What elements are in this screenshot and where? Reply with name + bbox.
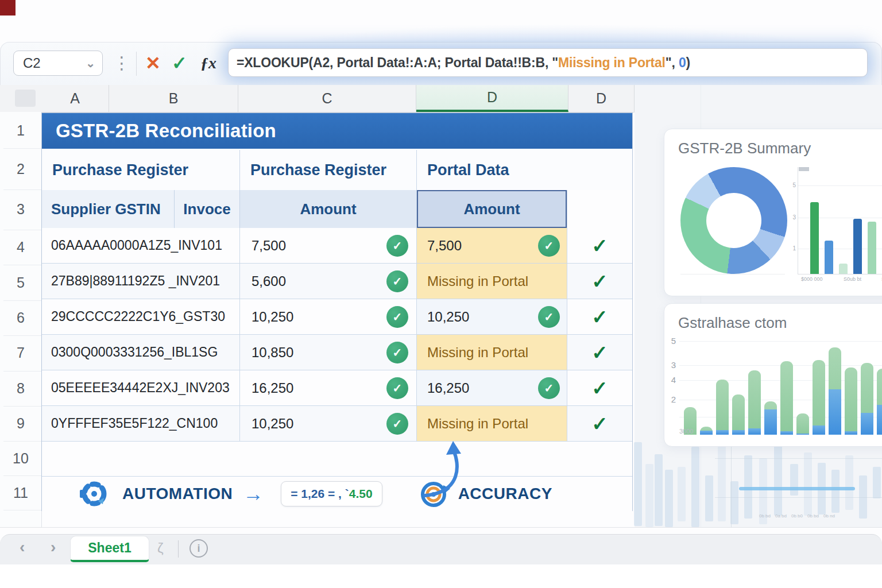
sheet-bottom-line — [0, 527, 882, 528]
stacked-bar-blue-segment — [780, 431, 793, 435]
stacked-bar — [796, 413, 809, 435]
watermark-bar — [804, 452, 812, 516]
accuracy-target-icon — [419, 478, 450, 509]
mini-bar — [839, 264, 848, 274]
cell-portal-amount[interactable]: Missing in Portal — [417, 264, 567, 299]
chevron-down-icon[interactable]: ⌄ — [86, 56, 95, 70]
row-header-2[interactable]: 2 — [0, 161, 41, 177]
cell-status-check[interactable]: ✓ — [567, 228, 632, 263]
prev-sheet-icon[interactable]: ‹ — [20, 538, 25, 556]
header-amount-portal[interactable]: Amount — [417, 190, 567, 228]
row-header-1[interactable]: 1 — [0, 122, 41, 139]
row-header-11[interactable]: 11 — [0, 485, 41, 501]
watermark-bar — [655, 454, 663, 526]
formula-result-pill[interactable]: = 1,26 = , `4.50 — [281, 481, 382, 506]
table-row: 29CCCCC2222C1Y6_GST3010,250✓10,250✓✓ — [42, 299, 632, 335]
row-header-4[interactable]: 4 — [0, 239, 41, 256]
row-header-5[interactable]: 5 — [0, 274, 41, 291]
next-sheet-icon[interactable]: › — [51, 538, 56, 556]
mini-bar — [853, 219, 862, 274]
column-header-B[interactable]: B — [109, 85, 238, 112]
stacked-bar-blue-segment — [861, 413, 873, 435]
formula-input[interactable]: =XLOOKUP(A2, Portal Data!:A:A; Portal Da… — [228, 48, 868, 77]
table-row: 05EEEEE34442E2XJ_INV20316,250✓16,250✓✓ — [42, 370, 632, 406]
tab-sheet1[interactable]: Sheet1 — [70, 536, 149, 562]
header-invoice[interactable]: Invoce — [175, 190, 240, 228]
cell-register-amount[interactable]: 16,250✓ — [240, 370, 417, 405]
row-header-7[interactable]: 7 — [0, 345, 41, 361]
cell-supplier-gstin[interactable]: 05EEEEE34442E2XJ_INV203 — [42, 370, 240, 405]
mini-bar — [868, 222, 876, 274]
cell-portal-amount[interactable]: Missing in Portal — [417, 406, 567, 441]
cell-status-check[interactable]: ✓ — [567, 370, 632, 405]
row-header-3[interactable]: 3 — [0, 201, 41, 218]
function-icon[interactable]: ƒx — [200, 49, 216, 77]
automation-label: AUTOMATION — [122, 485, 233, 503]
cancel-icon[interactable]: ✕ — [145, 49, 161, 77]
empty-row[interactable] — [42, 442, 632, 476]
confirm-icon[interactable]: ✓ — [172, 49, 187, 77]
stacked-bar — [861, 363, 873, 435]
info-icon[interactable]: i — [189, 539, 208, 558]
cell-portal-amount[interactable]: 16,250✓ — [417, 370, 567, 405]
name-box[interactable]: C2 ⌄ — [13, 51, 103, 76]
group-header-purchase-register-1[interactable]: Purchase Register — [42, 150, 240, 190]
stacked-bar — [877, 369, 882, 435]
table-body: 06AAAAA0000A1Z5_INV1017,500✓7,500✓✓27B89… — [42, 228, 632, 442]
row-header-6[interactable]: 6 — [0, 310, 41, 326]
y-tick-label: 1 — [790, 245, 796, 252]
stacked-bar — [732, 394, 745, 435]
stacked-bar — [845, 368, 857, 435]
gridline — [3, 300, 41, 301]
cell-supplier-gstin[interactable]: 29CCCCC2222C1Y6_GST30 — [42, 299, 240, 334]
bottom-strip — [0, 564, 882, 588]
gridline — [3, 189, 41, 190]
watermark-label: 0b b0 — [791, 513, 803, 519]
match-badge-icon: ✓ — [386, 306, 408, 328]
watermark-bar — [691, 447, 699, 527]
y-tick-label: 5 — [790, 182, 796, 188]
match-badge-icon: ✓ — [538, 235, 560, 257]
column-header-D[interactable]: D — [568, 85, 635, 112]
sheet-tab-bar: ‹ › Sheet1 ζ i — [0, 534, 882, 564]
gridline — [715, 458, 882, 459]
cell-register-amount[interactable]: 5,600✓ — [240, 264, 417, 299]
row-header-10[interactable]: 10 — [0, 450, 41, 467]
cell-register-amount[interactable]: 7,500✓ — [240, 228, 417, 263]
watermark-bar — [831, 470, 840, 513]
cell-register-amount[interactable]: 10,250✓ — [240, 406, 417, 441]
stacked-bar-blue-segment — [748, 428, 761, 435]
stacked-bar — [829, 347, 841, 435]
cell-status-check[interactable]: ✓ — [567, 299, 632, 334]
cell-supplier-gstin[interactable]: 0YFFFEF35E5F122_CN100 — [42, 406, 240, 441]
cell-status-check[interactable]: ✓ — [567, 406, 632, 441]
table-row: 0300Q0003331256_IBL1SG10,850✓Missing in … — [42, 335, 632, 370]
mini-chart-y-axis — [798, 167, 798, 274]
column-header-C[interactable]: C — [238, 85, 416, 112]
column-header-A[interactable]: A — [41, 85, 109, 112]
cell-portal-amount[interactable]: 7,500✓ — [417, 228, 567, 263]
mini-chart-legend-chip — [799, 167, 809, 171]
cell-supplier-gstin[interactable]: 27B89|88911192Z5 _INV201 — [42, 264, 240, 299]
group-header-portal-data[interactable]: Portal Data — [417, 150, 632, 190]
cell-status-check[interactable]: ✓ — [567, 264, 632, 299]
column-header-D-selected[interactable]: D — [416, 85, 568, 112]
cell-supplier-gstin[interactable]: 0300Q0003331256_IBL1SG — [42, 335, 240, 370]
cell-portal-amount[interactable]: 10,250✓ — [417, 299, 567, 334]
select-all-corner[interactable] — [15, 90, 36, 107]
cell-status-check[interactable]: ✓ — [567, 335, 632, 370]
cell-supplier-gstin[interactable]: 06AAAAA0000A1Z5_INV101 — [42, 228, 240, 263]
cell-register-amount[interactable]: 10,850✓ — [240, 335, 417, 370]
match-badge-icon: ✓ — [386, 413, 408, 435]
header-amount-register[interactable]: Amount — [240, 190, 417, 228]
footer-row: AUTOMATION → = 1,26 = , `4.50 ACCURACY — [42, 476, 632, 511]
group-header-purchase-register-2[interactable]: Purchase Register — [240, 150, 417, 190]
kebab-menu-icon[interactable]: ⋮ — [113, 49, 130, 77]
row-header-9[interactable]: 9 — [0, 415, 41, 432]
table-row: 06AAAAA0000A1Z5_INV1017,500✓7,500✓✓ — [42, 228, 632, 264]
mini-bar — [825, 241, 833, 274]
cell-portal-amount[interactable]: Missing in Portal — [417, 335, 567, 370]
row-header-8[interactable]: 8 — [0, 380, 41, 397]
header-supplier-gstin[interactable]: Supplier GSTIN — [42, 190, 175, 228]
cell-register-amount[interactable]: 10,250✓ — [240, 299, 417, 334]
